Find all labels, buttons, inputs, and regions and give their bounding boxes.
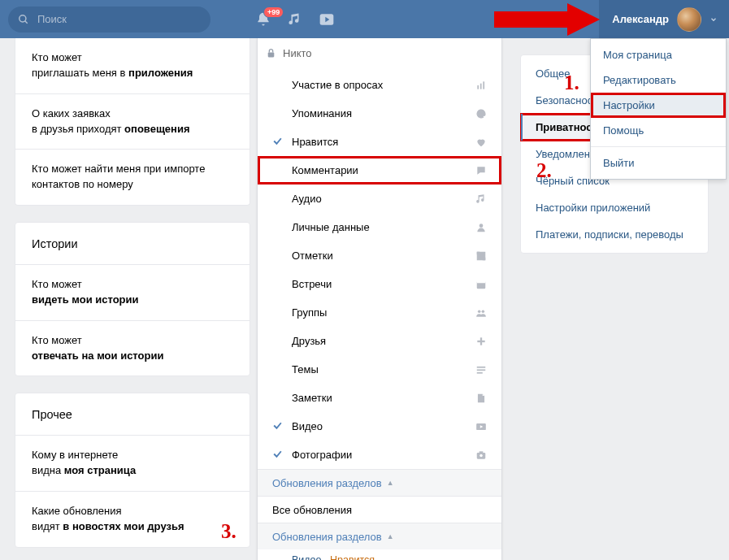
users-icon — [475, 307, 487, 319]
svg-rect-17 — [477, 340, 484, 341]
svg-rect-20 — [477, 371, 483, 373]
dd-item-label: Нравится — [292, 136, 338, 148]
dd-item-bars[interactable]: Участие в опросах — [258, 71, 501, 99]
card-other: Прочее Кому в интернете видна моя страни… — [15, 393, 250, 547]
header-icons: +99 — [255, 11, 335, 28]
svg-rect-5 — [268, 52, 275, 57]
check-icon — [272, 449, 283, 462]
user-menu-item[interactable]: Помощь — [591, 118, 726, 143]
heart-icon — [475, 137, 487, 148]
dd-item-label: Встречи — [292, 278, 332, 290]
svg-point-14 — [478, 310, 481, 313]
dd-item-person[interactable]: Личные данные — [258, 213, 501, 241]
user-menu-item[interactable]: Настройки — [591, 93, 726, 118]
svg-rect-19 — [477, 369, 486, 371]
dd-selected-tags: Видео , Нравится — [258, 549, 501, 560]
plus-icon — [475, 336, 487, 347]
dd-item-label: Упоминания — [292, 107, 352, 119]
dd-item-label: Личные данные — [292, 221, 370, 233]
dd-item-label: Отметки — [292, 250, 333, 262]
expand-icon — [475, 250, 487, 262]
setting-find-by-import[interactable]: Кто может найти меня при импорте контакт… — [15, 149, 250, 205]
dd-item-comment[interactable]: Комментарии — [258, 156, 501, 184]
card-stories-header: Истории — [15, 223, 250, 264]
dropdown-current-value[interactable]: Никто — [258, 38, 501, 71]
dd-item-label: Комментарии — [292, 164, 358, 176]
dd-item-heart[interactable]: Нравится — [258, 128, 501, 156]
dd-item-topic[interactable]: Темы — [258, 355, 501, 384]
app-header: +99 Александр — [0, 0, 729, 38]
dd-section-all-updates[interactable]: Все обновления — [258, 496, 501, 523]
user-menu-item[interactable]: Редактировать — [591, 67, 726, 93]
dd-item-expand[interactable]: Отметки — [258, 241, 501, 270]
svg-point-0 — [20, 15, 26, 21]
dd-section-updates-2[interactable]: Обновления разделов▲ — [258, 523, 501, 549]
svg-point-10 — [479, 224, 484, 228]
search-icon — [18, 14, 29, 25]
svg-marker-4 — [567, 3, 600, 36]
dd-item-label: Заметки — [292, 392, 332, 404]
video-icon[interactable] — [319, 11, 335, 28]
music-icon — [475, 193, 487, 205]
camera-icon — [475, 449, 487, 461]
music-icon[interactable] — [288, 12, 302, 27]
user-menu-item[interactable]: Моя страница — [591, 42, 726, 67]
search-wrap[interactable] — [8, 7, 210, 33]
setting-page-visibility[interactable]: Кому в интернете видна моя страница — [15, 435, 250, 491]
updates-dropdown: Никто Участие в опросахУпоминанияНравитс… — [257, 38, 502, 560]
nav-item[interactable]: Настройки приложений — [521, 194, 708, 221]
tag-like[interactable]: Нравится — [330, 554, 375, 560]
notifications-icon[interactable]: +99 — [255, 11, 271, 28]
note-icon — [475, 393, 487, 404]
bars-icon — [475, 80, 487, 91]
svg-rect-18 — [477, 366, 486, 367]
user-menu-toggle[interactable]: Александр — [599, 0, 729, 38]
dd-item-calendar[interactable]: Встречи — [258, 270, 501, 298]
user-menu-item[interactable]: Выйти — [591, 150, 726, 176]
check-icon — [272, 136, 283, 149]
svg-point-15 — [482, 310, 485, 313]
nav-item[interactable]: Платежи, подписки, переводы — [521, 221, 708, 248]
svg-line-1 — [25, 20, 28, 23]
search-input[interactable] — [36, 12, 201, 26]
person-icon — [475, 222, 487, 233]
dd-item-label: Группы — [292, 306, 327, 319]
user-dropdown-menu: Моя страницаРедактироватьНастройкиПомощь… — [590, 38, 727, 180]
dd-item-video[interactable]: Видео — [258, 412, 501, 441]
dropdown-current-label: Никто — [283, 47, 312, 59]
dd-item-note[interactable]: Заметки — [258, 384, 501, 412]
dd-item-label: Друзья — [292, 335, 326, 347]
dd-item-label: Фотографии — [292, 449, 352, 461]
dd-section-updates-1[interactable]: Обновления разделов▲ — [258, 469, 501, 496]
dd-item-users[interactable]: Группы — [258, 298, 501, 327]
svg-rect-7 — [480, 83, 482, 89]
card-other-header: Прочее — [15, 393, 250, 435]
dd-item-at[interactable]: Упоминания — [258, 99, 501, 128]
svg-rect-6 — [477, 85, 479, 89]
dd-item-camera[interactable]: Фотографии — [258, 441, 501, 469]
avatar — [677, 7, 701, 32]
menu-separator — [591, 146, 726, 147]
setting-reply-stories[interactable]: Кто может отвечать на мои истории — [15, 320, 250, 376]
comment-icon — [475, 165, 487, 176]
dd-item-label: Темы — [292, 363, 319, 376]
setting-app-invites[interactable]: Кто может приглашать меня в приложения — [15, 38, 250, 93]
dd-item-label: Видео — [292, 420, 323, 432]
calendar-icon — [475, 279, 487, 290]
svg-rect-13 — [477, 280, 486, 282]
user-name: Александр — [612, 13, 669, 25]
video-icon — [475, 421, 487, 432]
dd-item-music[interactable]: Аудио — [258, 184, 501, 213]
annotation-arrow — [494, 2, 600, 37]
check-icon — [272, 420, 283, 433]
settings-left-column: Кто может приглашать меня в приложения О… — [15, 38, 250, 548]
notifications-badge: +99 — [263, 7, 284, 18]
card-stories: Истории Кто может видеть мои истории Кто… — [15, 222, 250, 376]
svg-rect-3 — [494, 11, 567, 28]
setting-friend-request-notif[interactable]: О каких заявках в друзья приходят оповещ… — [15, 93, 250, 150]
setting-see-stories[interactable]: Кто может видеть мои истории — [15, 264, 250, 320]
tag-video[interactable]: Видео — [292, 554, 322, 560]
setting-friends-feed-updates[interactable]: Какие обновления видят в новостях мои др… — [15, 491, 250, 547]
at-icon — [475, 108, 487, 119]
dd-item-plus[interactable]: Друзья — [258, 327, 501, 355]
